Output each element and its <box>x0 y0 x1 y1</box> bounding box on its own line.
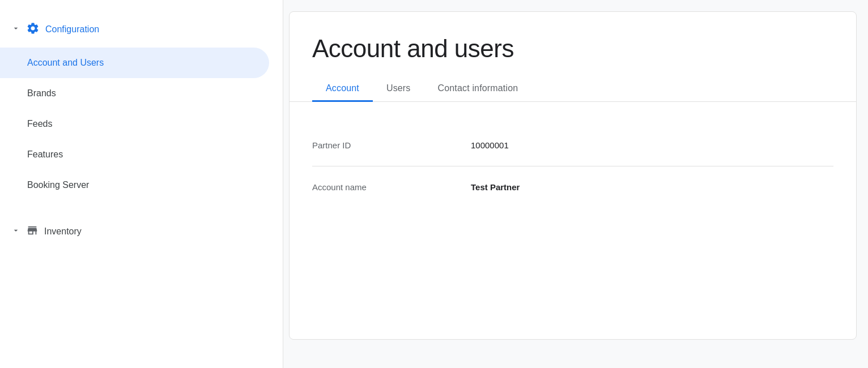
sidebar-item-feeds[interactable]: Feeds <box>0 109 283 139</box>
sidebar-item-account-and-users[interactable]: Account and Users <box>0 48 269 78</box>
tabs-container: Account Users Contact information <box>290 76 856 102</box>
account-tab-content: Partner ID 10000001 Account name Test Pa… <box>290 102 856 230</box>
sidebar-item-booking-server-label: Booking Server <box>27 180 89 190</box>
sidebar-configuration-header[interactable]: Configuration <box>0 11 283 48</box>
tab-users-label: Users <box>386 83 411 93</box>
tab-users[interactable]: Users <box>373 76 424 102</box>
page-title: Account and users <box>290 12 856 76</box>
sidebar: Configuration Account and Users Brands F… <box>0 0 283 368</box>
sidebar-configuration-label: Configuration <box>45 24 99 35</box>
partner-id-label: Partner ID <box>312 140 471 150</box>
sidebar-item-features-label: Features <box>27 149 63 159</box>
tab-contact-information-label: Contact information <box>438 83 518 93</box>
inventory-icon <box>26 224 39 239</box>
tab-account[interactable]: Account <box>312 76 373 102</box>
main-content: Account and users Account Users Contact … <box>283 0 868 368</box>
sidebar-inventory-header[interactable]: Inventory <box>0 214 283 249</box>
tab-contact-information[interactable]: Contact information <box>424 76 532 102</box>
partner-id-value: 10000001 <box>471 140 509 150</box>
sidebar-item-booking-server[interactable]: Booking Server <box>0 170 283 200</box>
chevron-down-icon <box>11 24 20 35</box>
tab-account-label: Account <box>326 83 359 93</box>
account-name-row: Account name Test Partner <box>312 166 833 208</box>
gear-icon <box>26 22 40 37</box>
account-name-label: Account name <box>312 182 471 192</box>
chevron-down-icon-inventory <box>11 226 20 237</box>
content-card: Account and users Account Users Contact … <box>289 11 857 340</box>
sidebar-item-account-and-users-label: Account and Users <box>27 58 104 67</box>
sidebar-item-brands[interactable]: Brands <box>0 78 283 109</box>
partner-id-row: Partner ID 10000001 <box>312 125 833 166</box>
sidebar-item-feeds-label: Feeds <box>27 119 52 129</box>
sidebar-item-features[interactable]: Features <box>0 139 283 170</box>
account-name-value: Test Partner <box>471 182 520 192</box>
sidebar-inventory-label: Inventory <box>44 226 82 237</box>
sidebar-item-brands-label: Brands <box>27 88 56 98</box>
